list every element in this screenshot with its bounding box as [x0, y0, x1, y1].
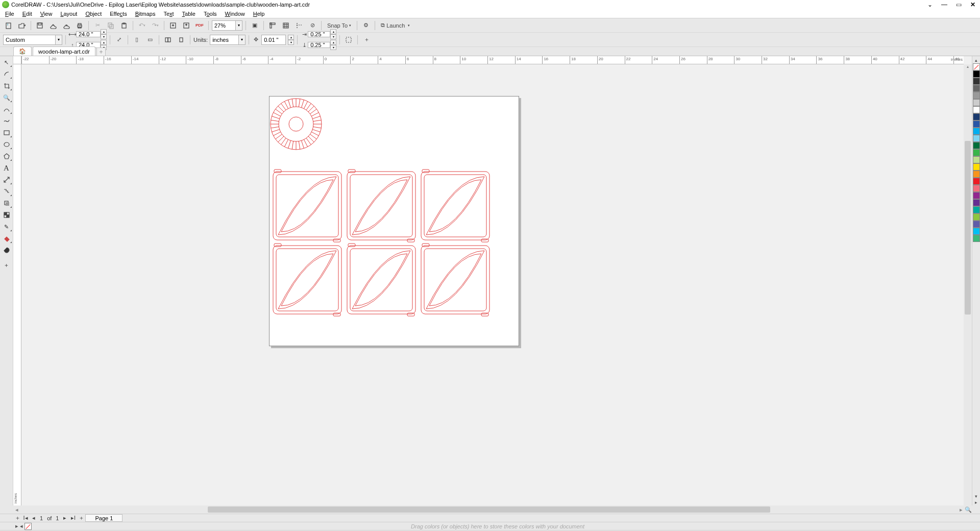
color-swatch[interactable] — [973, 128, 980, 135]
page-first-button[interactable]: I◂ — [21, 515, 30, 521]
treat-as-filled-button[interactable] — [343, 34, 354, 45]
crop-tool[interactable] — [1, 81, 12, 91]
menu-table[interactable]: Table — [179, 10, 199, 18]
color-swatch[interactable] — [973, 213, 980, 221]
menu-window[interactable]: Window — [222, 10, 248, 18]
page-last-button[interactable]: ▸I — [69, 515, 77, 521]
pick-tool[interactable]: ↖ — [1, 57, 12, 67]
fill-tool[interactable] — [1, 233, 12, 244]
color-swatch[interactable] — [973, 99, 980, 106]
color-swatch[interactable] — [973, 228, 980, 235]
zoom-combo[interactable]: ▾ — [212, 20, 242, 31]
document-palette[interactable]: ▸ ◂ Drag colors (or objects) here to sto… — [0, 522, 980, 530]
vscroll-thumb[interactable] — [965, 141, 971, 315]
dup-x-input[interactable] — [308, 31, 330, 37]
launch-dropdown[interactable]: ⧉ Launch ▾ — [378, 20, 412, 31]
color-swatch[interactable] — [973, 106, 980, 113]
color-swatch[interactable] — [973, 92, 980, 99]
color-swatch[interactable] — [973, 78, 980, 85]
freehand-tool[interactable] — [1, 104, 12, 114]
minimize-button[interactable]: — — [939, 1, 949, 8]
page-width-input[interactable] — [76, 31, 101, 37]
palette-up[interactable]: ▴ — [973, 57, 980, 63]
color-swatch[interactable] — [973, 120, 980, 128]
palette-flyout[interactable]: ▸ — [973, 499, 980, 505]
palette-down[interactable]: ▾ — [973, 493, 980, 499]
document-tab[interactable]: wooden-lamp-art.cdr — [33, 46, 95, 56]
page-size-preset[interactable]: ▾ — [3, 35, 62, 45]
artistic-media-tool[interactable] — [1, 116, 12, 126]
horizontal-ruler[interactable]: inches -22-20-18-16-14-12-10-8-6-4-20246… — [21, 56, 964, 64]
menu-file[interactable]: File — [2, 10, 17, 18]
color-swatch[interactable] — [973, 149, 980, 156]
docpalette-flyout[interactable]: ▸ — [15, 523, 18, 530]
show-grid-button[interactable] — [280, 20, 291, 31]
current-page-button[interactable] — [176, 34, 187, 45]
color-swatch[interactable] — [973, 163, 980, 171]
page-add-button[interactable]: ＋ — [13, 514, 21, 522]
text-tool[interactable]: A — [1, 163, 12, 173]
menu-edit[interactable]: Edit — [19, 10, 35, 18]
menu-object[interactable]: Object — [82, 10, 105, 18]
color-swatch[interactable] — [973, 235, 980, 242]
color-swatch[interactable] — [973, 171, 980, 178]
width-dn[interactable]: ▾ — [101, 34, 107, 39]
export-button[interactable] — [181, 20, 192, 31]
vertical-ruler[interactable]: inches — [13, 64, 21, 505]
portrait-button[interactable]: ▯ — [131, 34, 142, 45]
color-swatch[interactable] — [973, 192, 980, 199]
color-swatch[interactable] — [973, 156, 980, 163]
drawing-viewport[interactable] — [21, 64, 964, 505]
landscape-button[interactable]: ▭ — [144, 34, 156, 45]
undo-button[interactable]: ↶▾ — [136, 20, 148, 31]
redo-button[interactable]: ↷▾ — [150, 20, 161, 31]
overflow-button[interactable]: ⌄ — [925, 1, 935, 8]
cut-button[interactable]: ✂ — [92, 20, 103, 31]
color-swatch[interactable] — [973, 70, 980, 78]
menu-text[interactable]: Text — [160, 10, 177, 18]
add-preset-button[interactable]: ＋ — [361, 34, 372, 45]
transparency-tool[interactable] — [1, 210, 12, 220]
zoom-tool[interactable]: 🔍 — [1, 92, 12, 103]
color-swatch[interactable] — [973, 85, 980, 92]
page-add-after-button[interactable]: ＋ — [77, 514, 85, 522]
options-button[interactable]: ⚙ — [360, 20, 372, 31]
dimension-tool[interactable] — [1, 175, 12, 185]
drop-shadow-tool[interactable] — [1, 198, 12, 208]
no-color-swatch[interactable] — [973, 63, 980, 70]
hscroll-left[interactable]: ◂ — [13, 506, 20, 513]
dup-y-input[interactable] — [308, 42, 330, 48]
cloud-up-button[interactable] — [47, 20, 59, 31]
hscroll-thumb[interactable] — [208, 506, 770, 513]
show-rulers-button[interactable] — [267, 20, 278, 31]
page-tab[interactable]: Page 1 — [85, 514, 122, 522]
auto-fit-page-button[interactable]: ⤢ — [113, 34, 125, 45]
eyedropper-tool[interactable]: ✎ — [1, 222, 12, 232]
open-button[interactable]: ▾ — [16, 20, 28, 31]
menu-layout[interactable]: Layout — [57, 10, 80, 18]
page-next-button[interactable]: ▸ — [61, 515, 69, 521]
paste-button[interactable] — [118, 20, 130, 31]
quick-customize[interactable]: ＋ — [1, 260, 12, 270]
menu-tools[interactable]: Tools — [201, 10, 220, 18]
close-button[interactable]: ✕ — [968, 1, 978, 8]
add-document-tab[interactable]: ＋ — [96, 47, 106, 56]
height-up[interactable]: ▴ — [101, 40, 107, 45]
connector-tool[interactable] — [1, 186, 12, 197]
copy-button[interactable] — [105, 20, 116, 31]
fullscreen-preview-button[interactable]: ▣ — [249, 20, 260, 31]
publish-pdf-button[interactable]: PDF — [194, 20, 205, 31]
import-button[interactable] — [167, 20, 179, 31]
color-swatch[interactable] — [973, 178, 980, 185]
all-pages-button[interactable] — [162, 34, 174, 45]
nudge-input[interactable] — [261, 35, 286, 45]
zoom-slider-icon[interactable]: 🔍 — [965, 506, 972, 513]
smart-fill-tool[interactable] — [1, 245, 12, 255]
hscroll-right[interactable]: ▸ — [958, 506, 965, 513]
docpalette-none[interactable] — [24, 523, 32, 530]
ellipse-tool[interactable] — [1, 139, 12, 150]
units-combo[interactable]: ▾ — [210, 35, 246, 45]
polygon-tool[interactable] — [1, 151, 12, 161]
color-swatch[interactable] — [973, 206, 980, 213]
menu-help[interactable]: Help — [250, 10, 268, 18]
